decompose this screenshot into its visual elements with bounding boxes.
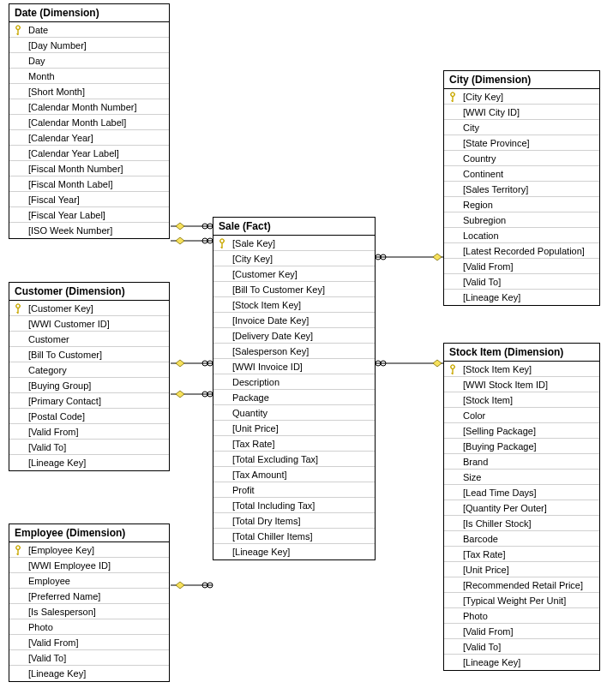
column-row[interactable]: [Sales Territory] <box>444 182 599 197</box>
column-row[interactable]: Customer <box>9 332 169 347</box>
column-row[interactable]: Month <box>9 69 169 84</box>
column-row[interactable]: [Customer Key] <box>213 266 375 282</box>
column-row[interactable]: [Bill To Customer] <box>9 347 169 362</box>
column-row[interactable]: [Tax Rate] <box>213 436 375 452</box>
column-row[interactable]: [WWI Invoice ID] <box>213 359 375 374</box>
column-label: [Bill To Customer Key] <box>231 284 328 296</box>
column-row[interactable]: [Valid From] <box>444 624 599 639</box>
column-row[interactable]: Color <box>444 408 599 423</box>
column-row[interactable]: Location <box>444 228 599 243</box>
column-row[interactable]: [Fiscal Month Label] <box>9 176 169 192</box>
entity-stockitem[interactable]: Stock Item (Dimension) [Stock Item Key][… <box>443 343 600 671</box>
column-row[interactable]: [Primary Contact] <box>9 393 169 409</box>
key-indicator-cell <box>213 239 231 248</box>
column-row[interactable]: [Unit Price] <box>213 421 375 436</box>
column-row[interactable]: [Fiscal Year] <box>9 192 169 207</box>
column-row[interactable]: [Total Excluding Tax] <box>213 452 375 467</box>
column-row[interactable]: [Tax Amount] <box>213 467 375 482</box>
column-row[interactable]: Date <box>9 22 169 38</box>
column-row[interactable]: [Recommended Retail Price] <box>444 577 599 593</box>
column-row[interactable]: [Is Chiller Stock] <box>444 516 599 531</box>
column-row[interactable]: [Lineage Key] <box>213 544 375 559</box>
column-row[interactable]: Country <box>444 151 599 166</box>
column-row[interactable]: [Preferred Name] <box>9 589 169 604</box>
column-row[interactable]: Quantity <box>213 405 375 421</box>
column-row[interactable]: [Employee Key] <box>9 542 169 558</box>
entity-employee[interactable]: Employee (Dimension) [Employee Key][WWI … <box>9 524 170 682</box>
column-row[interactable]: [WWI Employee ID] <box>9 558 169 573</box>
column-row[interactable]: [Buying Group] <box>9 378 169 393</box>
entity-date[interactable]: Date (Dimension) Date[Day Number]DayMont… <box>9 3 170 239</box>
column-row[interactable]: [City Key] <box>444 89 599 105</box>
column-row[interactable]: City <box>444 120 599 135</box>
column-row[interactable]: [Lineage Key] <box>444 290 599 305</box>
column-row[interactable]: Description <box>213 374 375 390</box>
column-row[interactable]: [Delivery Date Key] <box>213 328 375 344</box>
column-row[interactable]: [Typical Weight Per Unit] <box>444 593 599 608</box>
column-row[interactable]: Continent <box>444 166 599 182</box>
column-row[interactable]: [Total Chiller Items] <box>213 529 375 544</box>
column-row[interactable]: [Lineage Key] <box>444 655 599 670</box>
column-row[interactable]: [Valid From] <box>9 424 169 440</box>
column-row[interactable]: [Buying Package] <box>444 439 599 454</box>
column-row[interactable]: [Stock Item Key] <box>444 362 599 377</box>
entity-sale[interactable]: Sale (Fact) [Sale Key][City Key][Custome… <box>213 217 376 560</box>
column-label: [Quantity Per Outer] <box>461 502 550 514</box>
column-row[interactable]: [Valid To] <box>444 639 599 655</box>
column-row[interactable]: Category <box>9 362 169 378</box>
column-row[interactable]: [Calendar Year Label] <box>9 146 169 161</box>
entity-city[interactable]: City (Dimension) [City Key][WWI City ID]… <box>443 70 600 306</box>
column-row[interactable]: [Valid To] <box>9 440 169 455</box>
column-row[interactable]: Subregion <box>444 212 599 228</box>
column-row[interactable]: [Valid To] <box>444 274 599 290</box>
column-row[interactable]: [Is Salesperson] <box>9 604 169 619</box>
column-row[interactable]: Photo <box>444 608 599 624</box>
column-row[interactable]: [Fiscal Year Label] <box>9 207 169 223</box>
column-row[interactable]: [Day Number] <box>9 38 169 53</box>
column-row[interactable]: [Fiscal Month Number] <box>9 161 169 176</box>
column-row[interactable]: Employee <box>9 573 169 589</box>
column-row[interactable]: [Stock Item] <box>444 392 599 408</box>
column-row[interactable]: Brand <box>444 454 599 470</box>
column-row[interactable]: Day <box>9 53 169 69</box>
column-row[interactable]: [Valid To] <box>9 650 169 666</box>
column-row[interactable]: [Lead Time Days] <box>444 485 599 500</box>
column-row[interactable]: [City Key] <box>213 251 375 266</box>
entity-customer[interactable]: Customer (Dimension) [Customer Key][WWI … <box>9 282 170 471</box>
column-row[interactable]: [WWI City ID] <box>444 105 599 120</box>
column-row[interactable]: [Invoice Date Key] <box>213 313 375 328</box>
column-row[interactable]: Size <box>444 470 599 485</box>
column-row[interactable]: Barcode <box>444 531 599 547</box>
column-row[interactable]: Region <box>444 197 599 212</box>
column-row[interactable]: [Bill To Customer Key] <box>213 282 375 297</box>
column-row[interactable]: [Sale Key] <box>213 236 375 251</box>
column-row[interactable]: [Unit Price] <box>444 562 599 577</box>
column-row[interactable]: [Postal Code] <box>9 409 169 424</box>
column-row[interactable]: [Lineage Key] <box>9 666 169 681</box>
column-row[interactable]: [Calendar Year] <box>9 130 169 146</box>
column-row[interactable]: Photo <box>9 619 169 635</box>
column-row[interactable]: [Calendar Month Label] <box>9 115 169 130</box>
column-row[interactable]: [Total Dry Items] <box>213 513 375 529</box>
column-label: [Typical Weight Per Unit] <box>461 595 569 607</box>
column-row[interactable]: [ISO Week Number] <box>9 223 169 238</box>
column-label: Continent <box>461 168 507 180</box>
column-row[interactable]: Package <box>213 390 375 405</box>
column-row[interactable]: [WWI Customer ID] <box>9 316 169 332</box>
column-row[interactable]: [Valid From] <box>444 259 599 274</box>
column-row[interactable]: [Stock Item Key] <box>213 297 375 313</box>
column-row[interactable]: [Salesperson Key] <box>213 344 375 359</box>
column-row[interactable]: [Selling Package] <box>444 423 599 439</box>
column-row[interactable]: [Valid From] <box>9 635 169 650</box>
column-row[interactable]: Profit <box>213 482 375 498</box>
column-row[interactable]: [Calendar Month Number] <box>9 99 169 115</box>
column-row[interactable]: [Customer Key] <box>9 301 169 316</box>
column-row[interactable]: [Total Including Tax] <box>213 498 375 513</box>
column-row[interactable]: [Latest Recorded Population] <box>444 243 599 259</box>
column-row[interactable]: [State Province] <box>444 135 599 151</box>
column-row[interactable]: [WWI Stock Item ID] <box>444 377 599 392</box>
column-row[interactable]: [Lineage Key] <box>9 455 169 470</box>
column-row[interactable]: [Tax Rate] <box>444 547 599 562</box>
column-row[interactable]: [Short Month] <box>9 84 169 99</box>
column-row[interactable]: [Quantity Per Outer] <box>444 500 599 516</box>
